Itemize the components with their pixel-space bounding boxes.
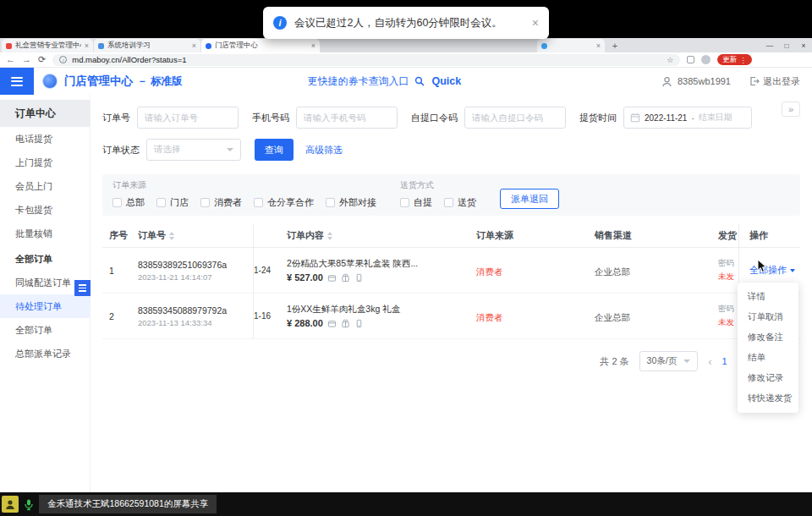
- checkbox-label: 送货: [458, 196, 476, 209]
- browser-tab-active[interactable]: 门店管理中心 ×: [201, 39, 320, 52]
- favicon: [6, 43, 12, 49]
- meeting-toast: i 会议已超过2人，自动转为60分钟限时会议。 ×: [263, 7, 549, 39]
- order-content-cell: 1份XX生鲜羊肉礼盒3kg 礼盒 ¥ 288.00: [287, 304, 476, 328]
- sidebar-section-all-orders[interactable]: 全部订单: [0, 247, 90, 271]
- tab-strip: 礼盒营销专业管理中心 × 系统培训学习 × 门店管理中心 × × + —: [0, 38, 812, 52]
- address-bar[interactable]: i md.maboy.cn/AllOrder?status=1 ☆: [52, 54, 680, 66]
- phone-input[interactable]: [296, 107, 398, 129]
- toast-close-icon[interactable]: ×: [532, 16, 539, 30]
- sidebar-item-all-orders[interactable]: 全部订单: [0, 318, 90, 342]
- channel-text: 企业总部: [595, 312, 630, 322]
- back-icon[interactable]: ←: [6, 55, 15, 64]
- window-close-icon[interactable]: ×: [795, 41, 812, 50]
- advanced-filter-link[interactable]: 高级筛选: [305, 144, 343, 156]
- tab-close-icon[interactable]: ×: [596, 41, 601, 50]
- chevron-down-icon: [790, 269, 795, 272]
- header-order-no[interactable]: 订单号: [138, 229, 253, 242]
- user-area: 8385wb1991 退出登录: [661, 75, 800, 88]
- consumer-tag: 消费者: [476, 266, 503, 277]
- price: ¥ 527.00: [287, 272, 323, 283]
- order-no-label: 订单号: [102, 112, 130, 124]
- order-source-cell: 消费者: [476, 263, 595, 278]
- mouse-cursor: [757, 260, 769, 273]
- sidebar-item-batch-verify[interactable]: 批量核销: [0, 222, 90, 245]
- consumer-tag: 消费者: [476, 312, 503, 322]
- checkbox-delivery[interactable]: 送货: [444, 196, 476, 209]
- coupon-query-link[interactable]: 更快捷的券卡查询入口: [307, 74, 409, 89]
- sidebar-collapse-handle[interactable]: [74, 280, 91, 296]
- sort-icon[interactable]: [327, 232, 332, 240]
- window-controls: — □ ×: [761, 38, 812, 52]
- ship-status-line2: 未发: [718, 272, 738, 283]
- panel-collapse-button[interactable]: »: [782, 102, 800, 117]
- maximize-icon[interactable]: □: [778, 41, 795, 50]
- order-time: 2023-11-13 14:33:34: [138, 318, 253, 327]
- menu-item-detail[interactable]: 详情: [738, 287, 798, 307]
- sidebar-item-pending-orders[interactable]: 待处理订单: [0, 294, 90, 318]
- sidebar-item-phone-pickup[interactable]: 电话提货: [0, 127, 90, 151]
- checkbox-source-store[interactable]: 门店: [156, 196, 189, 209]
- bookmark-icon[interactable]: ☆: [667, 56, 673, 64]
- browser-tab[interactable]: ×: [537, 39, 605, 52]
- reload-icon[interactable]: ⟳: [38, 55, 46, 64]
- search-button[interactable]: 查询: [255, 139, 294, 161]
- sidebar-item-door-pickup[interactable]: 上门提货: [0, 151, 90, 174]
- quick-link[interactable]: Quick: [431, 75, 461, 87]
- app-title: 门店管理中心: [64, 74, 133, 89]
- prev-page-button[interactable]: ‹: [708, 355, 711, 368]
- site-info-icon[interactable]: i: [59, 56, 67, 63]
- logout-label: 退出登录: [763, 75, 800, 88]
- header-action: 操作: [738, 224, 800, 247]
- menu-item-edit-history[interactable]: 修改记录: [738, 368, 798, 388]
- forward-icon[interactable]: →: [22, 55, 31, 64]
- sidebar-header-order-center[interactable]: 订单中心: [0, 100, 90, 127]
- sidebar: 订单中心 电话提货 上门提货 会员上门 卡包提货 批量核销 全部订单 同城配送订…: [0, 95, 91, 492]
- checkbox-source-external[interactable]: 外部对接: [326, 196, 376, 209]
- page-number[interactable]: 1: [722, 356, 727, 366]
- browser-tab[interactable]: 礼盒营销专业管理中心 ×: [2, 39, 93, 52]
- phone-label: 手机号码: [252, 112, 289, 124]
- menu-item-cancel-order[interactable]: 订单取消: [738, 307, 798, 327]
- order-no-input[interactable]: [137, 107, 239, 129]
- checkbox-icon: [400, 198, 409, 207]
- sidebar-item-member-visit[interactable]: 会员上门: [0, 174, 90, 198]
- extensions-icon[interactable]: [687, 56, 694, 63]
- order-no-cell: 83859345088979792a 2023-11-13 14:33:34: [138, 305, 253, 327]
- tab-close-icon[interactable]: ×: [311, 41, 315, 50]
- search-icon: [414, 76, 425, 87]
- order-status-select[interactable]: 请选择: [146, 139, 241, 161]
- sidebar-item-hq-dispatch-records[interactable]: 总部派单记录: [0, 342, 90, 365]
- dispatch-return-button[interactable]: 派单退回: [500, 189, 559, 209]
- hamburger-menu-button[interactable]: [0, 68, 34, 95]
- pickup-code-label: 自提口令码: [411, 112, 458, 124]
- profile-avatar[interactable]: [701, 55, 710, 64]
- tab-close-icon[interactable]: ×: [192, 41, 196, 50]
- tab-close-icon[interactable]: ×: [85, 41, 89, 50]
- checkbox-source-hq[interactable]: 总部: [112, 196, 145, 209]
- page-size-select[interactable]: 30条/页: [639, 351, 699, 371]
- gift-icon: [341, 319, 350, 328]
- browser-tab[interactable]: 系统培训学习 ×: [94, 39, 200, 52]
- app-logo: [42, 74, 58, 89]
- sidebar-item-card-pickup[interactable]: 卡包提货: [0, 198, 90, 222]
- price-row: ¥ 288.00: [287, 318, 468, 328]
- pickup-date-range[interactable]: 2022-11-21 - 结束日期: [623, 107, 752, 129]
- menu-item-express-ship[interactable]: 转快递发货: [738, 388, 798, 409]
- date-separator: -: [691, 113, 694, 123]
- new-tab-button[interactable]: +: [608, 39, 622, 52]
- checkbox-self-pickup[interactable]: 自提: [400, 196, 432, 209]
- checkbox-source-consumer[interactable]: 消费者: [200, 196, 242, 209]
- price-row: ¥ 527.00: [287, 272, 468, 283]
- update-button[interactable]: 更新 ⋮: [717, 54, 752, 65]
- menu-item-edit-remark[interactable]: 修改备注: [738, 327, 798, 348]
- checkbox-icon: [326, 198, 335, 207]
- menu-item-close-order[interactable]: 结单: [738, 348, 798, 368]
- checkbox-label: 消费者: [214, 196, 242, 209]
- pickup-code-input[interactable]: [464, 107, 566, 129]
- minimize-icon[interactable]: —: [761, 41, 778, 50]
- logout-button[interactable]: 退出登录: [749, 75, 800, 88]
- header-order-content[interactable]: 订单内容: [287, 229, 476, 242]
- delivery-method-options: 自提 送货: [400, 196, 476, 209]
- sort-icon[interactable]: [169, 232, 174, 240]
- checkbox-source-share-coop[interactable]: 仓分享合作: [254, 196, 314, 209]
